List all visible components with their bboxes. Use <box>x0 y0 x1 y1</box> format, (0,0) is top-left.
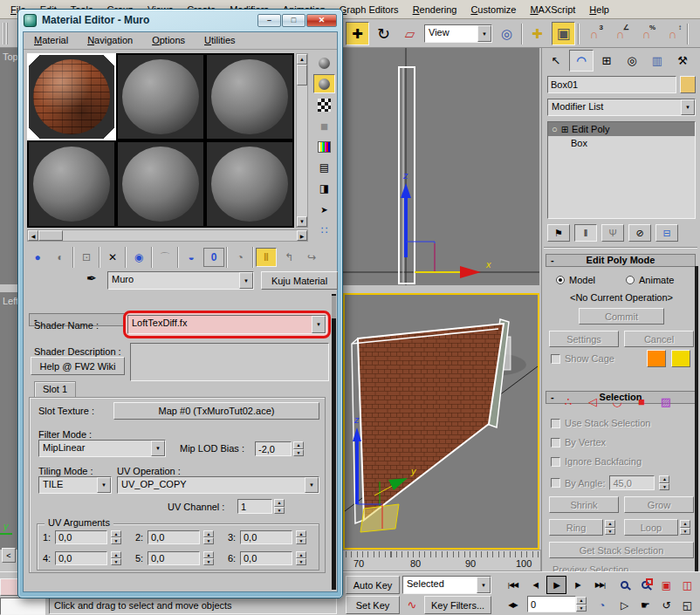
uv-arg-field[interactable] <box>240 551 292 565</box>
spinner-down[interactable] <box>680 528 690 536</box>
spinner-down[interactable] <box>659 483 669 491</box>
uv-channel-input[interactable] <box>237 499 272 514</box>
checkbox-icon[interactable] <box>551 478 560 488</box>
cancel-button[interactable]: Cancel <box>624 331 694 347</box>
settings-button[interactable]: Settings <box>549 331 619 347</box>
panel-scrollbar[interactable] <box>695 266 698 571</box>
next-frame-button[interactable]: |▶ <box>567 576 587 594</box>
pin-stack-button[interactable]: ⚑ <box>547 224 570 242</box>
radio-selected-icon[interactable] <box>556 276 565 284</box>
animate-radio[interactable]: Animate <box>626 275 674 285</box>
sample-uv-tiling-button[interactable]: ■ <box>313 116 335 135</box>
sample-slot[interactable] <box>205 140 294 228</box>
tab-display[interactable]: ▥ <box>645 50 669 72</box>
uv-arg-field[interactable] <box>148 530 200 544</box>
spinner-snap-button[interactable]: ∩↕ <box>661 22 684 45</box>
uv-operation-dropdown[interactable]: UV_OP_COPY <box>117 476 319 494</box>
zoom-button[interactable] <box>614 576 635 594</box>
spinner-down[interactable] <box>296 558 306 565</box>
mip-lod-bias-field[interactable] <box>255 441 292 456</box>
uv-arg-input-6[interactable] <box>240 551 292 565</box>
select-and-move-button[interactable]: ✚ <box>346 22 369 45</box>
viewport-splitter[interactable] <box>0 284 17 292</box>
spinner-up[interactable] <box>274 499 285 507</box>
zoom-extents-button[interactable]: ▣ <box>656 576 676 594</box>
scroll-thumb[interactable] <box>38 230 63 241</box>
spinner-up[interactable] <box>680 520 690 528</box>
slots-vertical-scrollbar[interactable]: ▲ ▼ <box>296 53 308 228</box>
backlight-button[interactable] <box>313 74 335 93</box>
select-and-scale-button[interactable]: ▱ <box>398 22 422 45</box>
mip-lod-spinner[interactable] <box>293 441 304 456</box>
spinner-down[interactable] <box>274 507 285 515</box>
put-material-to-scene-button[interactable]: ◐ <box>50 248 71 267</box>
scroll-up-button[interactable]: ▲ <box>297 54 307 65</box>
by-vertex-checkbox[interactable]: By Vertex <box>551 437 606 448</box>
menu-customize[interactable]: Customize <box>463 2 523 17</box>
spinner-down[interactable] <box>203 537 214 544</box>
snap-toggle-3d-button[interactable]: ∩3 <box>582 22 606 45</box>
dropdown-arrow-icon[interactable] <box>312 316 326 333</box>
listener-white-pane[interactable] <box>0 598 45 615</box>
material-id-channel-button[interactable]: 0 <box>203 248 224 267</box>
assign-material-to-selection-button[interactable]: ⊡ <box>76 248 97 267</box>
put-to-library-button[interactable]: ◒ <box>181 248 202 267</box>
uv-arg-spinner[interactable] <box>203 530 214 544</box>
close-button[interactable]: ✕ <box>306 14 337 27</box>
auto-key-button[interactable]: Auto Key <box>346 576 400 594</box>
spinner-up[interactable] <box>111 551 121 558</box>
sample-type-button[interactable] <box>313 53 335 72</box>
ignore-backfacing-checkbox[interactable]: Ignore Backfacing <box>551 456 642 467</box>
sample-slot[interactable] <box>116 140 205 228</box>
zoom-extents-all-button[interactable]: ◫ <box>677 576 697 594</box>
scroll-down-button[interactable]: ▼ <box>297 216 307 227</box>
collapse-icon[interactable]: - <box>551 392 554 403</box>
material-editor-window[interactable]: Material Editor - Muro – □ ✕ Material Na… <box>17 9 343 598</box>
uv-arg-spinner[interactable] <box>111 551 121 565</box>
loop-spinner[interactable] <box>680 520 690 535</box>
maximize-button[interactable]: □ <box>282 14 305 27</box>
set-key-button[interactable]: Set Key <box>346 596 400 614</box>
select-and-rotate-button[interactable]: ↻ <box>372 22 395 45</box>
object-color-swatch[interactable] <box>680 76 696 93</box>
edge-subobject-icon[interactable]: ◁ <box>582 395 603 408</box>
snaps-toggle-button[interactable]: ▣ <box>552 22 575 45</box>
viewport-left-label[interactable]: Left <box>3 296 17 306</box>
video-color-check-button[interactable] <box>313 137 335 156</box>
checkbox-icon[interactable] <box>551 354 560 364</box>
stack-item-edit-poly[interactable]: ○ ⊞ Edit Poly <box>548 122 695 136</box>
select-and-manipulate-button[interactable]: ✚ <box>525 22 549 45</box>
go-forward-to-sibling-button[interactable]: ↪ <box>301 248 322 267</box>
uv-arg-field[interactable] <box>55 551 107 565</box>
menu-help[interactable]: Help <box>582 2 616 17</box>
menu-rendering[interactable]: Rendering <box>406 2 464 17</box>
key-mode-toggle-button[interactable]: ◀▶ <box>503 596 523 614</box>
tab-motion[interactable]: ◎ <box>620 50 644 72</box>
uv-arg-spinner[interactable] <box>296 551 306 565</box>
toolbar-grip[interactable] <box>3 23 8 44</box>
object-name-field[interactable] <box>547 76 676 93</box>
material-editor-options-button[interactable]: ◨ <box>313 179 335 198</box>
edit-poly-mode-rollout-header[interactable]: - Edit Poly Mode <box>546 254 696 267</box>
dropdown-arrow-icon[interactable] <box>305 477 319 493</box>
tab-utilities[interactable]: ⚒ <box>670 50 695 72</box>
reference-coordinate-dropdown[interactable]: View <box>424 24 492 43</box>
visibility-bulb-icon[interactable]: ○ <box>552 124 558 134</box>
angle-snap-button[interactable]: ∩∠ <box>608 22 632 45</box>
rollout-scrollbar[interactable] <box>332 294 336 590</box>
material-name-dropdown[interactable]: Muro <box>107 271 254 290</box>
spinner-up[interactable] <box>296 530 306 537</box>
go-to-end-button[interactable]: ▶▶| <box>590 576 610 594</box>
uv-arg-field[interactable] <box>240 530 292 544</box>
by-angle-spinner[interactable] <box>659 475 669 490</box>
make-unique-button[interactable]: ⌒ <box>154 248 175 267</box>
commit-button[interactable]: Commit <box>579 308 664 325</box>
background-button[interactable] <box>313 95 335 114</box>
spinner-down[interactable] <box>111 558 121 565</box>
menu-navigation[interactable]: Navigation <box>87 35 133 46</box>
uv-channel-field[interactable] <box>237 499 272 514</box>
uv-arg-input-3[interactable] <box>240 530 292 544</box>
material-editor-titlebar[interactable]: Material Editor - Muro – □ ✕ <box>18 10 342 31</box>
key-filters-button[interactable]: Key Filters... <box>424 596 491 614</box>
slots-horizontal-scrollbar[interactable]: ◀ ▶ <box>27 229 308 242</box>
